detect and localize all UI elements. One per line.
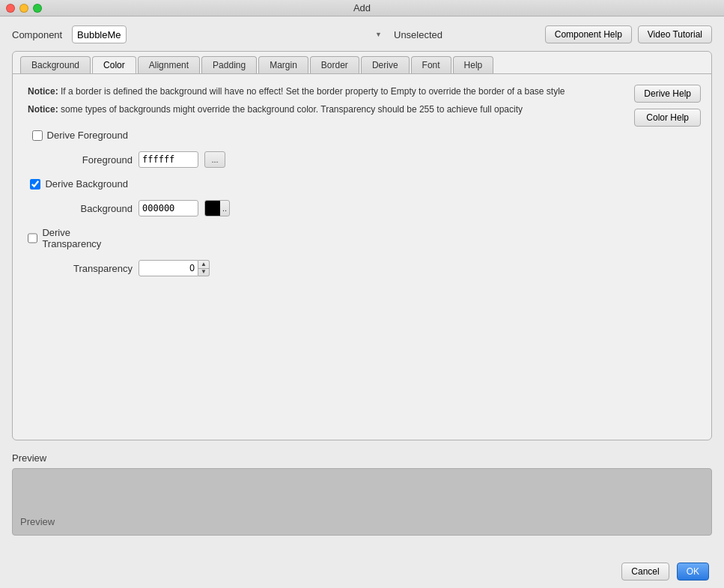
tab-font[interactable]: Font (411, 56, 451, 73)
foreground-color-button[interactable]: ... (204, 151, 225, 168)
ok-button[interactable]: OK (677, 563, 709, 581)
background-input[interactable] (139, 200, 198, 216)
tab-border[interactable]: Border (310, 56, 359, 73)
foreground-input[interactable] (139, 151, 198, 168)
color-help-button[interactable]: Color Help (634, 109, 701, 127)
title-bar-buttons (6, 4, 42, 13)
derive-foreground-row: Derive Foreground (28, 130, 696, 141)
video-tutorial-button[interactable]: Video Tutorial (638, 25, 712, 43)
title-bar: Add (0, 0, 724, 16)
tab-padding[interactable]: Padding (201, 56, 257, 73)
help-buttons: Derive Help Color Help (634, 85, 701, 127)
notice-2: Notice: some types of backgrounds might … (28, 103, 696, 116)
tab-background[interactable]: Background (20, 56, 91, 73)
component-select-wrapper: BubbleMe (72, 25, 386, 43)
transparency-label: Transparency (28, 263, 133, 274)
background-swatch-dots: .. (220, 204, 229, 213)
derive-foreground-label: Derive Foreground (47, 130, 128, 141)
spinner-down-button[interactable]: ▼ (198, 269, 209, 276)
derive-background-label: Derive Background (45, 178, 128, 190)
derive-transparency-label: Derive Transparency (42, 227, 128, 249)
derive-background-checkbox-row: Derive Background (30, 178, 128, 190)
derive-help-button[interactable]: Derive Help (634, 85, 701, 103)
main-window: Add Component BubbleMe Unselected Compon… (0, 0, 724, 588)
background-row: Background .. (28, 200, 696, 216)
spinner-up-button[interactable]: ▲ (198, 261, 209, 269)
tab-help[interactable]: Help (453, 56, 494, 73)
background-color-button[interactable]: .. (204, 200, 230, 216)
main-content: Component BubbleMe Unselected Component … (0, 16, 724, 555)
tab-margin[interactable]: Margin (258, 56, 308, 73)
spinner-arrows: ▲ ▼ (198, 260, 210, 276)
transparency-row: Transparency ▲ ▼ (28, 260, 696, 276)
derive-foreground-checkbox[interactable] (32, 130, 43, 141)
bottom-bar: Cancel OK (0, 555, 724, 588)
tabs-bar: Background Color Alignment Padding Margi… (13, 52, 711, 73)
transparency-input[interactable] (139, 260, 198, 276)
notice-1: Notice: If a border is defined the backg… (28, 85, 696, 98)
component-select[interactable]: BubbleMe (72, 25, 127, 43)
background-label: Background (28, 203, 133, 214)
derive-transparency-checkbox[interactable] (28, 233, 37, 243)
notice2-text: some types of backgrounds might override… (58, 104, 523, 115)
background-swatch (205, 201, 220, 216)
preview-section-label: Preview (12, 452, 712, 464)
preview-area: Preview (12, 468, 712, 536)
preview-text: Preview (20, 516, 55, 527)
derive-background-checkbox[interactable] (30, 179, 40, 190)
maximize-button[interactable] (33, 4, 42, 13)
notice2-bold: Notice: (28, 104, 58, 115)
unselected-label: Unselected (394, 29, 442, 40)
minimize-button[interactable] (19, 4, 28, 13)
tab-color[interactable]: Color (92, 56, 136, 73)
close-button[interactable] (6, 4, 15, 13)
tab-alignment[interactable]: Alignment (138, 56, 200, 73)
form-rows: Derive Foreground Foreground ... (28, 130, 696, 276)
color-tab-content: Derive Help Color Help Notice: If a bord… (13, 74, 711, 440)
foreground-label: Foreground (28, 154, 133, 166)
derive-foreground-checkbox-row: Derive Foreground (32, 130, 128, 141)
derive-transparency-checkbox-row: Derive Transparency (28, 227, 128, 249)
notice1-text: If a border is defined the background wi… (58, 86, 565, 97)
component-row: Component BubbleMe Unselected Component … (12, 25, 712, 43)
transparency-spinner: ▲ ▼ (139, 260, 210, 276)
foreground-row: Foreground ... (28, 151, 696, 168)
header-buttons: Component Help Video Tutorial (545, 25, 712, 43)
preview-section: Preview Preview (12, 452, 712, 536)
component-help-button[interactable]: Component Help (545, 25, 632, 43)
window-title: Add (353, 2, 371, 13)
tab-derive[interactable]: Derive (361, 56, 410, 73)
cancel-button[interactable]: Cancel (621, 563, 669, 581)
notice1-bold: Notice: (28, 86, 58, 97)
derive-transparency-row: Derive Transparency (28, 227, 696, 249)
derive-background-row: Derive Background (28, 178, 696, 190)
tabs-panel: Background Color Alignment Padding Margi… (12, 51, 712, 440)
component-label: Component (12, 29, 64, 40)
